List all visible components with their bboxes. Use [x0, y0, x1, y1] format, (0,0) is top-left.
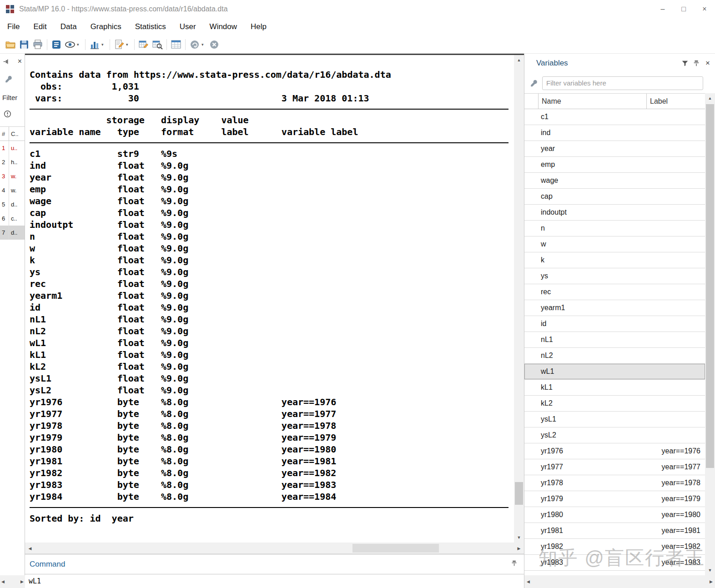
- variable-row[interactable]: kL2: [524, 396, 705, 412]
- menu-data[interactable]: Data: [60, 22, 77, 31]
- history-hscrollbar[interactable]: ◀ ▶: [0, 575, 25, 588]
- variable-row[interactable]: yr1978 year==1978: [524, 475, 705, 491]
- variable-row[interactable]: indoutpt: [524, 205, 705, 221]
- history-row[interactable]: 2 h..: [0, 155, 25, 169]
- toolbar-separator: [134, 39, 135, 50]
- variables-vscrollbar[interactable]: ▲ ▼: [705, 93, 715, 575]
- variables-vscroll-thumb[interactable]: [706, 104, 714, 468]
- scroll-left-icon[interactable]: ◀: [1, 579, 5, 584]
- variable-row[interactable]: yr1981 year==1981: [524, 523, 705, 539]
- graph-dropdown-caret[interactable]: ▾: [101, 42, 107, 47]
- exclamation-icon[interactable]: [4, 110, 11, 118]
- variable-row[interactable]: ind: [524, 125, 705, 141]
- variables-manager-button[interactable]: [169, 38, 183, 51]
- wrench-icon[interactable]: [530, 79, 538, 87]
- history-row[interactable]: 3 w.: [0, 169, 25, 183]
- scroll-right-icon[interactable]: ▶: [514, 543, 524, 554]
- variable-row[interactable]: kL1: [524, 380, 705, 396]
- scroll-down-icon[interactable]: ▼: [705, 565, 715, 575]
- history-row[interactable]: 4 w.: [0, 183, 25, 197]
- graph-button[interactable]: [88, 38, 101, 51]
- pin-icon[interactable]: [3, 58, 10, 65]
- variable-row[interactable]: ysL1: [524, 412, 705, 427]
- scroll-left-icon[interactable]: ◀: [527, 579, 530, 584]
- pin-icon[interactable]: [693, 60, 700, 67]
- results-hscrollbar[interactable]: ◀ ▶: [25, 543, 524, 554]
- log-button[interactable]: [50, 38, 63, 51]
- command-input[interactable]: [25, 574, 524, 588]
- menu-window[interactable]: Window: [210, 22, 237, 31]
- wrench-icon[interactable]: [5, 75, 13, 83]
- display-format: %8.0g: [161, 467, 221, 479]
- history-close-icon[interactable]: ×: [18, 57, 22, 65]
- variables-hscrollbar[interactable]: ◀ ▶: [524, 575, 715, 588]
- save-button[interactable]: [17, 38, 31, 51]
- menu-help[interactable]: Help: [251, 22, 267, 31]
- variable-row[interactable]: yr1976 year==1976: [524, 443, 705, 459]
- history-row[interactable]: 1 u..: [0, 141, 25, 155]
- scroll-left-icon[interactable]: ◀: [25, 543, 35, 554]
- variable-row[interactable]: emp: [524, 157, 705, 173]
- variable-name: ysL2: [30, 384, 117, 396]
- variable-row-label: year==1980: [633, 511, 705, 519]
- variable-row[interactable]: yr1983 year==1983: [524, 555, 705, 571]
- variable-row[interactable]: year: [524, 141, 705, 157]
- variables-close-icon[interactable]: ×: [704, 59, 711, 68]
- variables-col-label[interactable]: Label: [646, 94, 705, 109]
- more-button[interactable]: [188, 38, 201, 51]
- viewer-dropdown-caret[interactable]: ▾: [77, 42, 83, 47]
- data-editor-button[interactable]: [137, 38, 151, 51]
- variables-filter-input[interactable]: [542, 76, 703, 90]
- menu-graphics[interactable]: Graphics: [91, 22, 121, 31]
- break-button[interactable]: [207, 38, 221, 51]
- history-row[interactable]: 7 d..: [0, 226, 25, 240]
- more-dropdown-caret[interactable]: ▾: [201, 42, 207, 47]
- do-file-editor-dropdown-caret[interactable]: ▾: [126, 42, 132, 47]
- filter-funnel-icon[interactable]: [681, 60, 689, 67]
- pin-icon[interactable]: [511, 560, 518, 567]
- variable-row[interactable]: yr1980 year==1980: [524, 507, 705, 523]
- scroll-up-icon[interactable]: ▲: [705, 93, 715, 103]
- variable-row[interactable]: nL1: [524, 332, 705, 348]
- results-hscroll-thumb[interactable]: [352, 544, 439, 553]
- variable-row[interactable]: yr1977 year==1977: [524, 459, 705, 475]
- variables-col-name[interactable]: Name: [538, 94, 646, 109]
- variable-row[interactable]: n: [524, 221, 705, 236]
- menu-user[interactable]: User: [180, 22, 196, 31]
- do-file-editor-button[interactable]: [112, 38, 126, 51]
- maximize-button[interactable]: □: [673, 0, 694, 18]
- variable-row[interactable]: id: [524, 316, 705, 332]
- data-browser-button[interactable]: [151, 38, 164, 51]
- scroll-up-icon[interactable]: ▲: [514, 55, 524, 65]
- variable-row[interactable]: yr1979 year==1979: [524, 491, 705, 507]
- viewer-button[interactable]: [63, 38, 77, 51]
- results-vscrollbar[interactable]: ▲ ▼: [514, 55, 524, 543]
- scroll-right-icon[interactable]: ▶: [710, 579, 713, 584]
- scroll-down-icon[interactable]: ▼: [514, 533, 524, 543]
- variable-row[interactable]: wage: [524, 173, 705, 189]
- open-button[interactable]: [4, 38, 17, 51]
- print-button[interactable]: [31, 38, 45, 51]
- variable-row[interactable]: cap: [524, 189, 705, 205]
- menu-statistics[interactable]: Statistics: [135, 22, 166, 31]
- scroll-right-icon[interactable]: ▶: [20, 579, 24, 584]
- variable-row[interactable]: ys: [524, 268, 705, 284]
- history-filter-label[interactable]: Filter: [0, 89, 25, 106]
- variable-row[interactable]: wL1: [524, 364, 705, 380]
- variable-row[interactable]: ysL2: [524, 427, 705, 443]
- variable-row[interactable]: nL2: [524, 348, 705, 364]
- variable-row[interactable]: yearm1: [524, 300, 705, 316]
- variable-row[interactable]: k: [524, 252, 705, 268]
- menu-edit[interactable]: Edit: [33, 22, 46, 31]
- history-row[interactable]: 6 c..: [0, 211, 25, 226]
- variable-row[interactable]: c1: [524, 109, 705, 125]
- close-button[interactable]: ×: [694, 0, 715, 18]
- variable-row[interactable]: yr1982 year==1982: [524, 539, 705, 555]
- variable-row[interactable]: w: [524, 236, 705, 252]
- history-row[interactable]: 5 d..: [0, 197, 25, 211]
- variable-row[interactable]: rec: [524, 284, 705, 300]
- menu-file[interactable]: File: [7, 22, 20, 31]
- display-format: %9.0g: [161, 160, 221, 171]
- minimize-button[interactable]: –: [652, 0, 673, 18]
- results-vscroll-thumb[interactable]: [515, 482, 523, 505]
